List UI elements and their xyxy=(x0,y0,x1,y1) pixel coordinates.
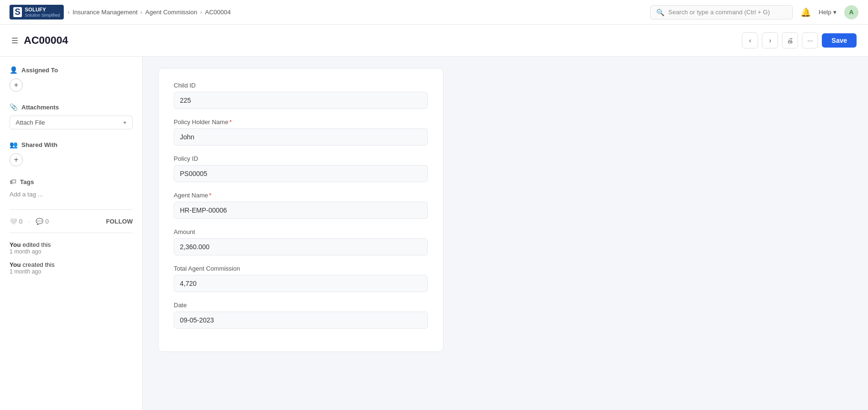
total-agent-commission-field: Total Agent Commission xyxy=(174,265,428,292)
help-label: Help xyxy=(819,9,831,16)
shared-with-label: Shared With xyxy=(21,141,58,148)
logo-text-block: SOLUFY Solution Simplified xyxy=(25,7,60,18)
shared-with-title: 👥 Shared With xyxy=(10,141,133,148)
attachments-section: 📎 Attachments Attach File + xyxy=(10,103,133,129)
search-placeholder: Search or type a command (Ctrl + G) xyxy=(668,9,770,16)
tag-icon: 🏷 xyxy=(10,178,16,185)
agent-name-label: Agent Name* xyxy=(174,192,428,199)
activity-edited-user: You xyxy=(10,241,21,248)
policy-holder-name-field: Policy Holder Name* xyxy=(174,118,428,146)
sidebar: 👤 Assigned To + 📎 Attachments Attach Fil… xyxy=(0,57,143,410)
assigned-to-title: 👤 Assigned To xyxy=(10,66,133,74)
next-button[interactable]: › xyxy=(762,32,778,49)
print-button[interactable]: 🖨 xyxy=(782,32,798,49)
add-tag-text[interactable]: Add a tag ... xyxy=(10,191,43,198)
child-id-input[interactable] xyxy=(174,92,428,109)
amount-field: Amount xyxy=(174,228,428,255)
breadcrumb-sep-1: › xyxy=(68,9,69,16)
page-title-area: ☰ AC00004 xyxy=(11,34,68,47)
help-button[interactable]: Help ▾ xyxy=(819,9,837,16)
activity-created-action: created this xyxy=(22,261,54,268)
date-input[interactable] xyxy=(174,312,428,329)
add-shared-button[interactable]: + xyxy=(10,153,23,166)
form-card: Child ID Policy Holder Name* Policy ID A… xyxy=(158,68,444,352)
breadcrumb-item-insurance[interactable]: Insurance Management xyxy=(72,9,138,16)
amount-label: Amount xyxy=(174,228,428,235)
help-chevron-icon: ▾ xyxy=(833,9,837,16)
breadcrumb: › Insurance Management › Agent Commissio… xyxy=(68,9,231,16)
attachments-label: Attachments xyxy=(21,104,59,111)
policy-holder-name-input[interactable] xyxy=(174,128,428,146)
main-content: Child ID Policy Holder Name* Policy ID A… xyxy=(143,57,868,410)
activity-edited-time: 1 month ago xyxy=(10,248,133,255)
save-button[interactable]: Save xyxy=(822,33,857,48)
search-bar[interactable]: 🔍 Search or type a command (Ctrl + G) xyxy=(650,5,793,20)
activity-created-time: 1 month ago xyxy=(10,268,133,275)
breadcrumb-item-ac00004[interactable]: AC00004 xyxy=(205,9,231,16)
main-layout: 👤 Assigned To + 📎 Attachments Attach Fil… xyxy=(0,57,868,410)
tags-section: 🏷 Tags Add a tag ... xyxy=(10,178,133,198)
amount-input[interactable] xyxy=(174,238,428,255)
heart-icon[interactable]: 🤍 xyxy=(10,218,17,225)
search-icon: 🔍 xyxy=(656,9,664,16)
logo[interactable]: S SOLUFY Solution Simplified xyxy=(10,5,64,20)
policy-holder-name-label: Policy Holder Name* xyxy=(174,118,428,126)
paperclip-icon: 📎 xyxy=(10,103,18,111)
follow-button[interactable]: FOLLOW xyxy=(106,218,133,225)
assigned-to-section: 👤 Assigned To + xyxy=(10,66,133,92)
breadcrumb-item-agent-commission[interactable]: Agent Commission xyxy=(145,9,197,16)
hamburger-icon[interactable]: ☰ xyxy=(11,36,18,45)
attach-file-button[interactable]: Attach File + xyxy=(10,116,133,129)
comments-item: 💬 0 xyxy=(36,218,49,225)
agent-name-input[interactable] xyxy=(174,202,428,219)
shared-with-section: 👥 Shared With + xyxy=(10,141,133,166)
required-star-2: * xyxy=(209,192,211,199)
follow-sep: · xyxy=(28,217,30,225)
activity-created-user: You xyxy=(10,261,21,268)
topnav: S SOLUFY Solution Simplified › Insurance… xyxy=(0,0,868,25)
date-field: Date xyxy=(174,302,428,329)
likes-item: 🤍 0 xyxy=(10,218,22,225)
date-label: Date xyxy=(174,302,428,309)
breadcrumb-sep-2: › xyxy=(140,9,142,16)
add-assignee-button[interactable]: + xyxy=(10,78,23,92)
policy-id-label: Policy ID xyxy=(174,155,428,162)
total-agent-commission-label: Total Agent Commission xyxy=(174,265,428,272)
prev-button[interactable]: ‹ xyxy=(742,32,758,49)
shared-with-icon: 👥 xyxy=(10,141,18,148)
activity-divider xyxy=(10,233,133,233)
activity-item-edited: You edited this 1 month ago xyxy=(10,241,133,255)
required-star-1: * xyxy=(229,118,232,126)
activity-created-text: You created this xyxy=(10,261,133,268)
assigned-to-icon: 👤 xyxy=(10,66,18,74)
activity-item-created: You created this 1 month ago xyxy=(10,261,133,275)
attach-file-label: Attach File xyxy=(16,119,45,126)
more-options-button[interactable]: ··· xyxy=(802,32,818,49)
notification-bell-icon[interactable]: 🔔 xyxy=(800,7,811,18)
attachments-title: 📎 Attachments xyxy=(10,103,133,111)
activity-edited-text: You edited this xyxy=(10,241,133,248)
agent-name-field: Agent Name* xyxy=(174,192,428,219)
comment-icon[interactable]: 💬 xyxy=(36,218,43,225)
logo-s-letter: S xyxy=(13,7,22,17)
activity-list: You edited this 1 month ago You created … xyxy=(10,241,133,275)
avatar[interactable]: A xyxy=(844,5,858,20)
child-id-field: Child ID xyxy=(174,82,428,109)
activity-edited-action: edited this xyxy=(22,241,50,248)
sidebar-divider xyxy=(10,209,133,210)
page-actions: ‹ › 🖨 ··· Save xyxy=(742,32,857,49)
assigned-to-label: Assigned To xyxy=(21,67,58,74)
tags-title: 🏷 Tags xyxy=(10,178,133,185)
logo-tagline: Solution Simplified xyxy=(25,13,60,18)
topnav-left: S SOLUFY Solution Simplified › Insurance… xyxy=(10,5,231,20)
total-agent-commission-input[interactable] xyxy=(174,275,428,292)
comments-count: 0 xyxy=(45,218,49,225)
breadcrumb-sep-3: › xyxy=(200,9,202,16)
likes-count: 0 xyxy=(19,218,22,225)
policy-id-field: Policy ID xyxy=(174,155,428,182)
follow-bar: 🤍 0 · 💬 0 FOLLOW xyxy=(10,217,133,225)
attach-file-plus-icon: + xyxy=(123,119,127,126)
page-header: ☰ AC00004 ‹ › 🖨 ··· Save xyxy=(0,25,868,57)
topnav-right: 🔍 Search or type a command (Ctrl + G) 🔔 … xyxy=(650,5,858,20)
policy-id-input[interactable] xyxy=(174,165,428,182)
